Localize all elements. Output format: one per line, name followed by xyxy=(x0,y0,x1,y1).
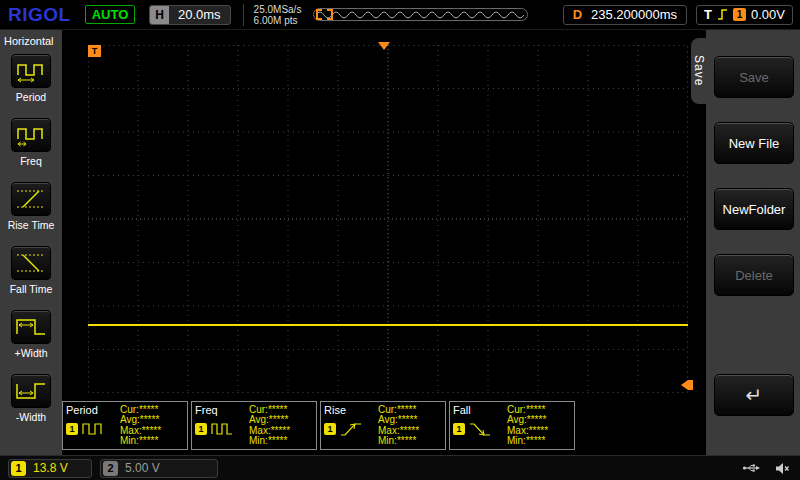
measurement-panel-period[interactable]: Period 1 Cur:***** Avg:***** Max:***** M… xyxy=(62,401,188,450)
acquisition-readout: 25.0MSa/s 6.00M pts xyxy=(243,4,302,26)
channel-badge: 1 xyxy=(195,423,207,435)
return-arrow-icon: ↵ xyxy=(746,383,763,407)
left-menu-title: Horizontal xyxy=(0,30,62,52)
menu-item-label: -Width xyxy=(16,411,46,423)
right-menu-tab-label: Save xyxy=(692,55,706,86)
channel-badge: 1 xyxy=(453,423,465,435)
channel-badge: 1 xyxy=(66,423,78,435)
menu-item-minus-width[interactable]: -Width xyxy=(0,372,62,436)
rise-time-icon xyxy=(11,182,51,216)
menu-item-label: Rise Time xyxy=(8,219,55,231)
trigger-corner-marker: T xyxy=(88,45,101,57)
delay-label: D xyxy=(573,7,582,22)
memory-depth: 6.00M pts xyxy=(254,15,302,26)
brand-logo: RIGOL xyxy=(8,4,71,26)
measurement-min: Min:***** xyxy=(507,436,571,446)
measurement-panel-freq[interactable]: Freq 1 Cur:***** Avg:***** Max:***** Min… xyxy=(191,401,317,450)
trigger-slope-icon xyxy=(717,8,728,21)
channel2-scale: 5.00 V xyxy=(125,461,160,475)
period-wave-icon xyxy=(81,421,107,437)
channel1-badge: 1 xyxy=(11,461,26,476)
freq-icon xyxy=(11,118,51,152)
channel-badge: 1 xyxy=(324,423,336,435)
run-status-badge: AUTO xyxy=(85,5,136,24)
new-folder-button[interactable]: NewFolder xyxy=(714,188,794,230)
sample-rate: 25.0MSa/s xyxy=(254,4,302,15)
menu-item-plus-width[interactable]: +Width xyxy=(0,308,62,372)
new-file-button[interactable]: New File xyxy=(714,122,794,164)
menu-item-label: Fall Time xyxy=(10,283,53,295)
freq-wave-icon xyxy=(210,421,236,437)
right-menu-tab: Save xyxy=(691,38,706,104)
h-label: H xyxy=(150,6,169,24)
menu-item-period[interactable]: Period xyxy=(0,52,62,116)
horizontal-timebase-readout[interactable]: H 20.0ms xyxy=(149,5,230,25)
measurement-row: Period 1 Cur:***** Avg:***** Max:***** M… xyxy=(62,401,575,450)
measurement-min: Min:***** xyxy=(249,436,313,446)
measurement-avg: Avg:***** xyxy=(378,415,442,425)
channel1-scale: 13.8 V xyxy=(33,461,81,475)
delay-value: 235.200000ms xyxy=(591,7,677,22)
trigger-level-arrow-icon xyxy=(681,380,688,390)
trigger-position-marker xyxy=(378,42,390,50)
measurement-min: Min:***** xyxy=(120,436,184,446)
measurement-min: Min:***** xyxy=(378,436,442,446)
left-soft-menu: Horizontal Period Freq xyxy=(0,30,62,455)
menu-item-rise-time[interactable]: Rise Time xyxy=(0,180,62,244)
channel2-badge: 2 xyxy=(103,461,118,476)
channel1-status[interactable]: 1 13.8 V xyxy=(8,459,92,478)
timebase-value: 20.0ms xyxy=(169,7,230,22)
trigger-source-badge: 1 xyxy=(733,8,746,21)
trigger-label: T xyxy=(704,7,712,22)
plus-width-icon xyxy=(11,310,51,344)
delete-button[interactable]: Delete xyxy=(714,254,794,296)
trigger-readout[interactable]: T 1 0.00V xyxy=(696,5,793,25)
measurement-avg: Avg:***** xyxy=(120,415,184,425)
period-icon xyxy=(11,54,51,88)
memory-wave-icon xyxy=(314,9,525,20)
minus-width-icon xyxy=(11,374,51,408)
measurement-panel-rise[interactable]: Rise 1 Cur:***** Avg:***** Max:***** Min… xyxy=(320,401,446,450)
memory-position-bar xyxy=(313,8,528,21)
oscilloscope-screen: RIGOL AUTO H 20.0ms 25.0MSa/s 6.00M pts … xyxy=(0,0,800,480)
measurement-name: Freq xyxy=(195,404,249,416)
channel2-status[interactable]: 2 5.00 V xyxy=(100,459,218,478)
measurement-avg: Avg:***** xyxy=(249,415,313,425)
return-button[interactable]: ↵ xyxy=(714,374,794,416)
menu-item-fall-time[interactable]: Fall Time xyxy=(0,244,62,308)
menu-item-label: +Width xyxy=(15,347,48,359)
trigger-level-value: 0.00V xyxy=(751,7,785,22)
fall-wave-icon xyxy=(468,421,494,437)
measurement-name: Period xyxy=(66,404,120,416)
usb-icon xyxy=(742,462,762,474)
save-button[interactable]: Save xyxy=(714,56,794,98)
menu-item-label: Freq xyxy=(20,155,42,167)
top-bar: RIGOL AUTO H 20.0ms 25.0MSa/s 6.00M pts … xyxy=(0,0,800,30)
delay-readout[interactable]: D 235.200000ms xyxy=(563,5,687,25)
measurement-name: Fall xyxy=(453,404,507,416)
measurement-panel-fall[interactable]: Fall 1 Cur:***** Avg:***** Max:***** Min… xyxy=(449,401,575,450)
fall-time-icon xyxy=(11,246,51,280)
bottom-bar: 1 13.8 V 2 5.00 V xyxy=(0,455,800,480)
right-soft-menu: Save Save New File NewFolder Delete ↵ xyxy=(690,30,800,455)
measurement-avg: Avg:***** xyxy=(507,415,571,425)
rise-wave-icon xyxy=(339,421,365,437)
menu-item-freq[interactable]: Freq xyxy=(0,116,62,180)
measurement-name: Rise xyxy=(324,404,378,416)
graticule xyxy=(88,45,688,393)
menu-item-label: Period xyxy=(16,91,46,103)
speaker-icon xyxy=(775,462,790,475)
